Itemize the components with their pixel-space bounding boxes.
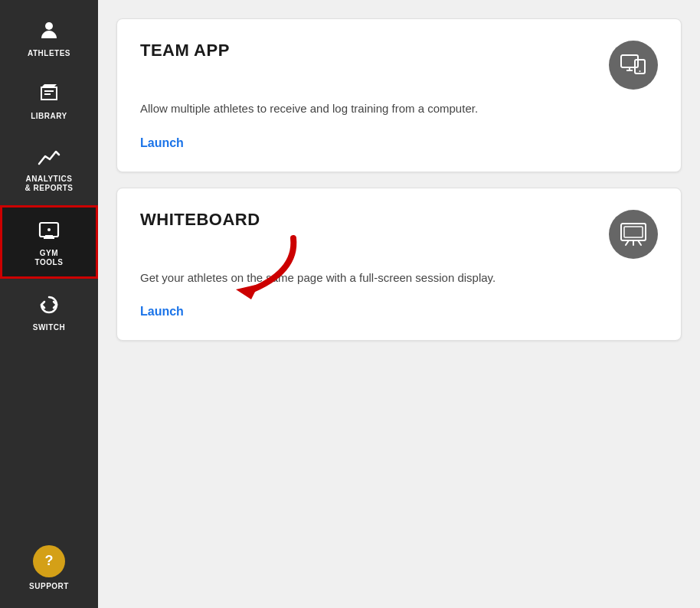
whiteboard-icon-circle bbox=[609, 210, 658, 259]
switch-icon bbox=[35, 291, 63, 319]
gym-tools-icon bbox=[35, 217, 63, 244]
sidebar-item-athletes[interactable]: ATHLETES bbox=[0, 8, 98, 67]
sidebar-item-gym-tools-label: GYM TOOLS bbox=[35, 249, 64, 267]
whiteboard-card-header: WHITEBOARD bbox=[140, 210, 658, 259]
svg-rect-5 bbox=[44, 237, 54, 239]
main-content: TEAM APP Allow multiple athletes to rece… bbox=[98, 0, 700, 608]
sidebar-item-switch[interactable]: SWITCH bbox=[0, 282, 98, 342]
support-icon: ? bbox=[33, 545, 65, 577]
analytics-icon bbox=[35, 142, 63, 170]
sidebar-item-library-label: LIBRARY bbox=[31, 112, 67, 121]
sidebar-item-support-label: SUPPORT bbox=[29, 582, 69, 591]
svg-marker-18 bbox=[236, 284, 259, 299]
sidebar-item-analytics-label: ANALYTICS & REPORTS bbox=[25, 175, 74, 193]
svg-point-0 bbox=[45, 22, 53, 30]
whiteboard-card-icon bbox=[620, 222, 647, 247]
team-app-card: TEAM APP Allow multiple athletes to rece… bbox=[116, 18, 682, 172]
whiteboard-card: WHITEBOARD Get your athletes on the same… bbox=[116, 188, 682, 342]
team-app-icon-circle bbox=[609, 41, 658, 90]
whiteboard-title: WHITEBOARD bbox=[140, 210, 260, 230]
svg-text:?: ? bbox=[45, 553, 54, 568]
team-app-card-header: TEAM APP bbox=[140, 41, 658, 90]
svg-rect-4 bbox=[45, 235, 53, 237]
svg-point-6 bbox=[47, 228, 51, 231]
whiteboard-description: Get your athletes on the same page with … bbox=[140, 270, 523, 287]
team-app-launch-button[interactable]: Launch bbox=[140, 136, 184, 149]
sidebar-item-athletes-label: ATHLETES bbox=[28, 49, 70, 58]
sidebar: ATHLETES LIBRARY ANALYTICS & REPORTS bbox=[0, 0, 98, 608]
sidebar-item-analytics[interactable]: ANALYTICS & REPORTS bbox=[0, 133, 98, 202]
sidebar-item-library[interactable]: LIBRARY bbox=[0, 70, 98, 130]
sidebar-item-switch-label: SWITCH bbox=[33, 323, 65, 332]
team-app-title: TEAM APP bbox=[140, 41, 230, 60]
team-app-description: Allow multiple athletes to receive and l… bbox=[140, 100, 523, 118]
library-icon bbox=[35, 80, 63, 107]
sidebar-item-gym-tools[interactable]: GYM TOOLS bbox=[0, 205, 98, 279]
svg-rect-2 bbox=[44, 93, 51, 95]
svg-point-12 bbox=[639, 70, 641, 72]
whiteboard-launch-button[interactable]: Launch bbox=[140, 305, 184, 318]
svg-rect-1 bbox=[44, 90, 54, 92]
svg-rect-14 bbox=[624, 227, 643, 237]
team-app-card-icon bbox=[620, 54, 647, 77]
sidebar-item-support[interactable]: ? SUPPORT bbox=[0, 536, 98, 600]
athletes-icon bbox=[35, 17, 63, 44]
